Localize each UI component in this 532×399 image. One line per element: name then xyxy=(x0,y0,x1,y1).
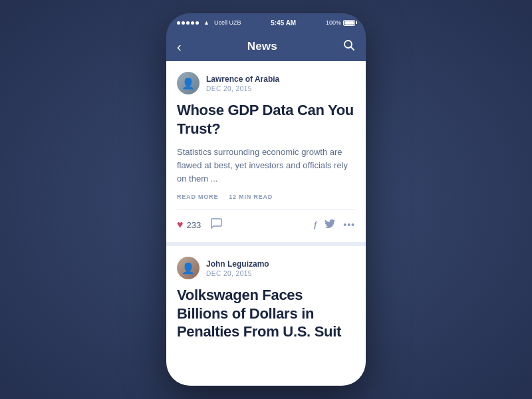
twitter-icon-1[interactable] xyxy=(325,219,335,230)
author-name-1: Lawrence of Arabia xyxy=(206,74,279,84)
author-row-2: 👤 John Leguizamo DEC 20, 2015 xyxy=(177,257,355,279)
like-section-1[interactable]: ♥ 233 xyxy=(177,219,201,231)
divider-1 xyxy=(177,209,355,210)
article-excerpt-1: Statistics surrounding economic growth a… xyxy=(177,146,355,186)
actions-right-1: f ••• xyxy=(314,219,355,230)
status-bar: ▲ Ucell UZB 5:45 AM 100% xyxy=(166,13,366,32)
article-date-1: DEC 20, 2015 xyxy=(206,85,279,92)
avatar-2: 👤 xyxy=(177,257,200,279)
author-info-1: Lawrence of Arabia DEC 20, 2015 xyxy=(206,74,279,92)
status-right: 100% xyxy=(326,19,355,26)
actions-left-1: ♥ 233 xyxy=(177,218,222,231)
avatar-1: 👤 xyxy=(177,72,200,94)
author-info-2: John Leguizamo DEC 20, 2015 xyxy=(206,259,269,277)
like-count-1: 233 xyxy=(187,220,201,230)
carrier-text: Ucell UZB xyxy=(214,19,241,26)
article-meta-1: READ MORE 12 MIN READ xyxy=(177,194,355,200)
battery-icon xyxy=(343,20,355,26)
signal-dot-1 xyxy=(177,21,180,25)
facebook-icon-1[interactable]: f xyxy=(314,219,317,230)
author-name-2: John Leguizamo xyxy=(206,259,269,269)
svg-line-1 xyxy=(351,47,354,49)
search-button[interactable] xyxy=(343,39,355,55)
phone-frame: ▲ Ucell UZB 5:45 AM 100% ‹ News 👤 xyxy=(166,13,366,386)
read-time-label-1: 12 MIN READ xyxy=(229,194,273,200)
article-card-1: 👤 Lawrence of Arabia DEC 20, 2015 Whose … xyxy=(166,61,366,246)
article-title-1[interactable]: Whose GDP Data Can You Trust? xyxy=(177,101,355,138)
author-row-1: 👤 Lawrence of Arabia DEC 20, 2015 xyxy=(177,72,355,94)
status-left: ▲ Ucell UZB xyxy=(177,19,241,26)
comment-icon-1[interactable] xyxy=(210,218,222,231)
bottom-area xyxy=(166,360,366,386)
content-area: 👤 Lawrence of Arabia DEC 20, 2015 Whose … xyxy=(166,61,366,386)
signal-dots xyxy=(177,21,199,25)
nav-title: News xyxy=(247,40,277,53)
wifi-icon: ▲ xyxy=(203,19,209,26)
signal-dot-2 xyxy=(182,21,185,25)
battery-percent: 100% xyxy=(326,19,341,26)
article-card-2: 👤 John Leguizamo DEC 20, 2015 Volkswagen… xyxy=(166,246,366,360)
signal-dot-4 xyxy=(191,21,194,25)
status-time: 5:45 AM xyxy=(271,19,296,27)
heart-icon-1: ♥ xyxy=(177,219,184,231)
actions-row-1: ♥ 233 f ••• xyxy=(177,218,355,231)
article-date-2: DEC 20, 2015 xyxy=(206,270,269,277)
battery-fill xyxy=(344,21,354,25)
back-button[interactable]: ‹ xyxy=(177,40,182,53)
avatar-face-1: 👤 xyxy=(182,77,195,90)
read-more-label-1[interactable]: READ MORE xyxy=(177,194,218,200)
nav-bar: ‹ News xyxy=(166,32,366,61)
avatar-face-2: 👤 xyxy=(182,262,195,275)
signal-dot-5 xyxy=(196,21,199,25)
article-title-2[interactable]: Volkswagen Faces Billions of Dollars in … xyxy=(177,286,355,341)
signal-dot-3 xyxy=(186,21,190,25)
more-icon-1[interactable]: ••• xyxy=(343,219,355,230)
